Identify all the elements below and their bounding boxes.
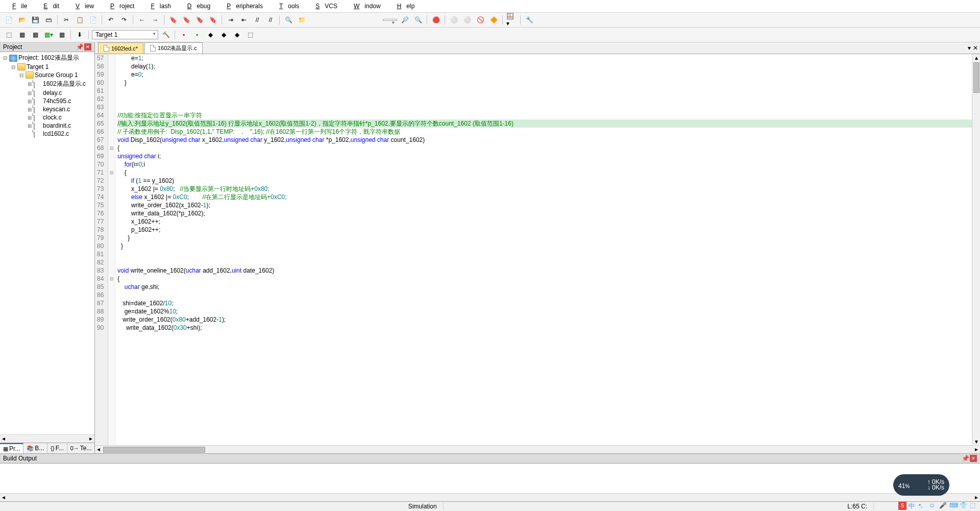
menu-svcs[interactable]: SVCS [305, 1, 342, 11]
tree-file[interactable]: ⊞boardinit.c [1, 121, 93, 130]
code-editor[interactable]: 5758596061626364656667686970717273747576… [95, 54, 980, 445]
menu-view[interactable]: View [65, 1, 99, 11]
debug-button[interactable]: 🔴 [430, 14, 442, 26]
project-hscroll[interactable]: ◂▸ [0, 434, 94, 443]
menu-window[interactable]: Window [344, 1, 386, 11]
manage2-button[interactable]: ▪ [191, 29, 203, 40]
separator [520, 15, 521, 25]
save-button[interactable]: 💾 [30, 14, 41, 26]
tab-close-button[interactable]: ✕ [973, 44, 978, 52]
menu-project[interactable]: Project [100, 1, 139, 11]
tab-project[interactable]: ▦ Pr... [0, 443, 23, 453]
fold-column[interactable]: ⊟⊟⊟ [108, 54, 115, 445]
undo-button[interactable]: ↶ [105, 14, 116, 26]
tree-file[interactable]: ⊞74hc595.c [1, 97, 93, 105]
tree-group[interactable]: ⊟ Source Group 1 [1, 71, 93, 79]
batch-build-button[interactable]: ▦▾ [43, 29, 54, 40]
paste-button[interactable]: 📄 [87, 14, 99, 26]
menu-edit[interactable]: Edit [33, 1, 64, 11]
menu-flash[interactable]: Flash [140, 1, 176, 11]
breakpoint-kill-button[interactable]: 🔶 [488, 14, 499, 26]
manage6-button[interactable]: ⬚ [244, 29, 256, 40]
translate-button[interactable]: ⬚ [3, 29, 14, 40]
cut-button[interactable]: ✂ [61, 14, 72, 26]
bookmark-button[interactable]: 🔖 [167, 14, 179, 26]
bookmark-next-button[interactable]: 🔖 [194, 14, 205, 26]
project-tree[interactable]: ⊟ Project: 1602液晶显示 ⊟ Target 1 ⊟ Source … [0, 52, 94, 434]
manage-button[interactable]: ▪ [178, 29, 189, 40]
manage3-button[interactable]: ◆ [205, 29, 216, 40]
separator [502, 15, 503, 25]
indent-button[interactable]: ⇥ [225, 14, 236, 26]
download-button[interactable]: ⬇ [74, 29, 85, 40]
bookmark-clear-button[interactable]: 🔖 [207, 14, 218, 26]
tab-dropdown-button[interactable]: ▾ [968, 44, 971, 52]
nav-back-button[interactable]: ← [136, 14, 148, 26]
tray-icon[interactable]: ⬚ [970, 502, 978, 510]
browse-button[interactable]: 📁 [296, 14, 307, 26]
new-file-button[interactable]: 📄 [3, 14, 14, 26]
editor-hscroll[interactable]: ◂ ▸ [95, 445, 980, 453]
save-all-button[interactable]: 🗃 [43, 14, 54, 26]
menu-file[interactable]: File [2, 1, 32, 11]
window-button[interactable]: 🪟▾ [506, 14, 517, 26]
search-combo[interactable] [383, 19, 397, 21]
ime-icon[interactable]: S [898, 502, 906, 510]
target-select[interactable]: Target 1 [92, 30, 158, 39]
build-hscroll[interactable]: ◂▸ [0, 493, 980, 501]
open-file-button[interactable]: 📂 [16, 14, 28, 26]
bookmark-prev-button[interactable]: 🔖 [181, 14, 192, 26]
tray-icon[interactable]: 中 [909, 502, 917, 510]
tree-file[interactable]: ⊞1602液晶显示.c [1, 79, 93, 89]
breakpoint2-button[interactable]: ⚪ [461, 14, 473, 26]
pin-icon[interactable]: 📌 [962, 455, 969, 462]
find-button[interactable]: 🔍 [283, 14, 294, 26]
outdent-button[interactable]: ⇤ [238, 14, 250, 26]
manage5-button[interactable]: ◆ [231, 29, 242, 40]
find-in-files-button[interactable]: 🔎 [399, 14, 410, 26]
build-output-title: Build Output [3, 455, 37, 462]
tray-icon[interactable]: •, [919, 502, 927, 510]
tree-file[interactable]: lcd1602.c [1, 130, 93, 138]
tray-icons: S 中 •, ☺ 🎤 ⌨ 👕 ⬚ [898, 502, 978, 510]
tab-templates[interactable]: 0→ Te... [67, 443, 95, 453]
breakpoint-button[interactable]: ⚪ [448, 14, 459, 26]
tree-file[interactable]: ⊞delay.c [1, 89, 93, 97]
code-content[interactable]: e=1; delay(1); e=0; }//功能:按指定位置显示一串字符//输… [115, 54, 972, 445]
tree-file[interactable]: ⊞keyscan.c [1, 105, 93, 113]
tray-icon[interactable]: ⌨ [949, 502, 958, 510]
target-options-button[interactable]: 🔨 [160, 29, 172, 40]
menu-help[interactable]: Help [387, 1, 420, 11]
tray-icon[interactable]: ☺ [929, 502, 937, 510]
configure-button[interactable]: 🔧 [524, 14, 535, 26]
tree-root[interactable]: ⊟ Project: 1602液晶显示 [1, 53, 93, 63]
manage4-button[interactable]: ◆ [218, 29, 229, 40]
tray-icon[interactable]: 👕 [960, 502, 968, 510]
system-overlay: 41% ↑ 0K/s ↓ 0K/s [893, 474, 949, 496]
build-button[interactable]: ▦ [16, 29, 28, 40]
copy-button[interactable]: 📋 [74, 14, 85, 26]
editor-vscroll[interactable]: ▴ ▾ [972, 54, 980, 445]
breakpoint-disable-button[interactable]: 🚫 [475, 14, 486, 26]
menu-peripherals[interactable]: Peripherals [216, 1, 268, 11]
build-output-content[interactable] [0, 464, 980, 493]
close-build-button[interactable]: ✕ [970, 455, 977, 462]
tree-file[interactable]: ⊞clock.c [1, 113, 93, 121]
pin-icon[interactable]: 📌 [76, 43, 83, 51]
incremental-find-button[interactable]: 🔍 [412, 14, 424, 26]
editor-tab[interactable]: 1602液晶显示.c [144, 42, 203, 54]
close-panel-button[interactable]: ✕ [84, 43, 91, 51]
tab-books[interactable]: 📚 B... [23, 443, 47, 453]
stop-build-button[interactable]: ▦ [56, 29, 67, 40]
tree-target[interactable]: ⊟ Target 1 [1, 63, 93, 71]
comment-button[interactable]: // [252, 14, 263, 26]
rebuild-button[interactable]: ▦ [30, 29, 41, 40]
nav-forward-button[interactable]: → [150, 14, 161, 26]
menu-debug[interactable]: Debug [177, 1, 215, 11]
uncomment-button[interactable]: // [265, 14, 276, 26]
redo-button[interactable]: ↷ [118, 14, 130, 26]
menu-tools[interactable]: Tools [269, 1, 304, 11]
tab-functions[interactable]: {} F... [47, 443, 67, 453]
tray-icon[interactable]: 🎤 [939, 502, 947, 510]
editor-tab[interactable]: 1602led.c* [98, 42, 143, 54]
